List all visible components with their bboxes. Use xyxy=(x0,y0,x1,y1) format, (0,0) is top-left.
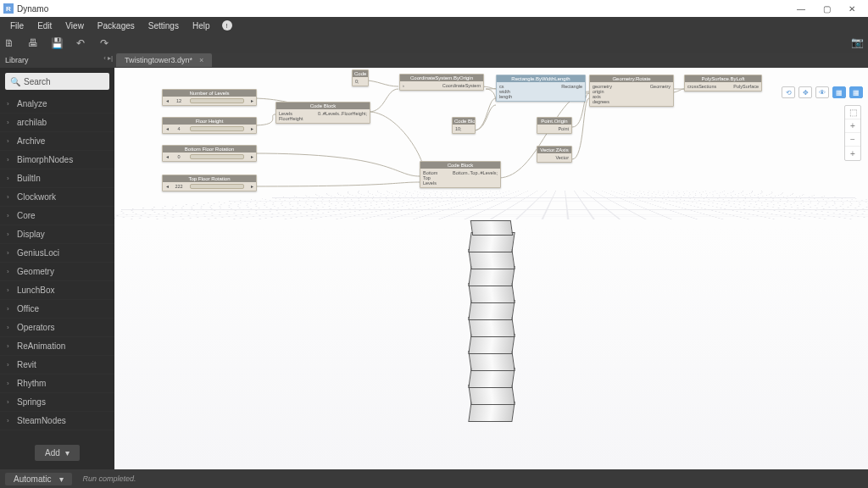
status-bar: Automatic ▾ Run completed. xyxy=(0,469,868,488)
window-maximize[interactable]: ▢ xyxy=(814,1,839,16)
nav-orbit-button[interactable]: ⟲ xyxy=(782,86,795,98)
menu-view[interactable]: View xyxy=(58,21,91,30)
node-header: Vector.ZAxis xyxy=(537,147,571,153)
zoom-fit-button[interactable]: ⬚ xyxy=(845,106,860,119)
lib-item-archive[interactable]: ›Archive xyxy=(0,132,114,151)
lib-item-builtin[interactable]: ›BuiltIn xyxy=(0,169,114,188)
menu-edit[interactable]: Edit xyxy=(31,21,58,30)
open-file-icon[interactable]: 🖶 xyxy=(27,37,39,49)
slider-max-icon[interactable]: ▸ xyxy=(249,154,254,159)
node-codeblock-range[interactable]: Code Block LevelsFloorHeight0..#Levels..… xyxy=(275,102,370,124)
node-codeblock-dim[interactable]: Code Block 10; xyxy=(452,117,476,134)
lib-item-analyze[interactable]: ›Analyze xyxy=(0,95,114,114)
node-codeblock-rotation[interactable]: Code Block BottomTopLevelsBottom..Top..#… xyxy=(420,161,501,188)
nav-look-button[interactable]: 👁 xyxy=(815,86,829,98)
run-mode-dropdown[interactable]: Automatic ▾ xyxy=(5,473,72,485)
node-polysurface-loft[interactable]: PolySurface.ByLoft crossSectionsPolySurf… xyxy=(684,75,762,92)
menu-settings[interactable]: Settings xyxy=(142,21,186,30)
tab-close-icon[interactable]: × xyxy=(199,56,203,64)
menu-help[interactable]: Help xyxy=(186,21,217,30)
geometry-view-button[interactable]: ▦ xyxy=(849,86,863,98)
slider-track[interactable] xyxy=(190,184,244,189)
lib-item-rhythm[interactable]: ›Rhythm xyxy=(0,374,114,393)
redo-icon[interactable]: ↷ xyxy=(98,37,110,49)
node-header: Code Block xyxy=(420,162,500,169)
node-number-of-levels[interactable]: Number of Levels ◂12▸ xyxy=(162,89,257,106)
node-rectangle[interactable]: Rectangle.ByWidthLength cswidthlengthRec… xyxy=(496,75,586,102)
lib-item-bimorphnodes[interactable]: ›BimorphNodes xyxy=(0,151,114,169)
lib-item-clockwork[interactable]: ›Clockwork xyxy=(0,188,114,207)
tower-geometry xyxy=(467,210,516,422)
save-icon[interactable]: 💾 xyxy=(51,37,63,49)
node-bottom-rotation[interactable]: Bottom Floor Rotation ◂0▸ xyxy=(162,145,257,162)
lib-item-office[interactable]: ›Office xyxy=(0,300,114,319)
window-close[interactable]: ✕ xyxy=(839,1,865,16)
slider-min-icon[interactable]: ◂ xyxy=(164,154,170,159)
tab-file[interactable]: Twistingtower3.dyn* × xyxy=(116,53,212,67)
lib-item-lunchbox[interactable]: ›LunchBox xyxy=(0,281,114,300)
library-search[interactable]: 🔍 Search xyxy=(5,73,109,90)
nav-pan-button[interactable]: ✥ xyxy=(798,86,812,98)
node-output: 10; xyxy=(455,126,462,131)
zoom-in-button[interactable]: + xyxy=(845,119,860,133)
slider-max-icon[interactable]: ▸ xyxy=(249,126,254,131)
lib-item-reanimation[interactable]: ›ReAnimation xyxy=(0,337,114,356)
node-coordinatesystem[interactable]: CoordinateSystem.ByOrigin ›CoordinateSys… xyxy=(399,74,484,91)
menu-file[interactable]: File xyxy=(3,21,31,30)
tab-label: Twistingtower3.dyn* xyxy=(125,56,192,64)
graph-canvas[interactable]: Number of Levels ◂12▸ Floor Height ◂4▸ B… xyxy=(114,68,868,469)
lib-item-steamnodes[interactable]: ›SteamNodes xyxy=(0,412,114,430)
info-icon[interactable]: ! xyxy=(222,20,232,30)
panel-pin-icon[interactable]: ▸| xyxy=(108,54,113,62)
graph-view-button[interactable]: ▦ xyxy=(832,86,846,98)
lib-item-archilab[interactable]: ›archilab xyxy=(0,114,114,132)
library-panel: Library ‹▸| 🔍 Search ›Analyze ›archilab … xyxy=(0,53,114,469)
node-output: Geometry xyxy=(650,84,670,104)
slider-value: 0 xyxy=(173,154,185,159)
node-top-rotation[interactable]: Top Floor Rotation ◂222▸ xyxy=(162,175,257,191)
geometry-viewport xyxy=(259,266,868,469)
lib-item-core[interactable]: ›Core xyxy=(0,207,114,225)
node-output: Bottom..Top..#Levels; xyxy=(453,170,498,186)
node-header: Code Block xyxy=(353,70,368,77)
add-package-button[interactable]: Add▾ xyxy=(35,445,80,461)
slider-min-icon[interactable]: ◂ xyxy=(164,98,170,103)
slider-max-icon[interactable]: ▸ xyxy=(249,184,254,189)
undo-icon[interactable]: ↶ xyxy=(75,37,86,49)
chevron-right-icon: › xyxy=(7,156,14,164)
zoom-add-button[interactable]: + xyxy=(845,147,860,160)
chevron-right-icon: › xyxy=(7,268,14,275)
slider-min-icon[interactable]: ◂ xyxy=(164,126,170,131)
lib-item-geniusloci[interactable]: ›GeniusLoci xyxy=(0,244,114,263)
lib-item-geometry[interactable]: ›Geometry xyxy=(0,263,114,281)
camera-icon[interactable]: 📷 xyxy=(851,36,865,50)
app-icon: R xyxy=(3,3,14,14)
chevron-down-icon: ▾ xyxy=(65,448,70,458)
lib-item-springs[interactable]: ›Springs xyxy=(0,393,114,412)
lib-item-revit[interactable]: ›Revit xyxy=(0,356,114,374)
node-codeblock-zero[interactable]: Code Block 0; xyxy=(352,69,369,86)
menu-packages[interactable]: Packages xyxy=(91,21,142,30)
lib-item-operators[interactable]: ›Operators xyxy=(0,319,114,337)
node-floor-height[interactable]: Floor Height ◂4▸ xyxy=(162,117,257,134)
window-minimize[interactable]: — xyxy=(788,1,814,16)
slider-track[interactable] xyxy=(190,154,244,159)
library-title: Library xyxy=(5,56,29,64)
chevron-down-icon: ▾ xyxy=(59,474,64,484)
menu-bar: File Edit View Packages Settings Help ! xyxy=(0,17,868,34)
node-header: Rectangle.ByWidthLength xyxy=(497,75,585,82)
zoom-out-button[interactable]: − xyxy=(845,133,860,147)
slider-track[interactable] xyxy=(190,126,244,131)
slider-max-icon[interactable]: ▸ xyxy=(249,98,254,103)
new-file-icon[interactable]: 🗎 xyxy=(3,37,15,49)
slider-min-icon[interactable]: ◂ xyxy=(164,184,170,189)
node-geometry-rotate[interactable]: Geometry.Rotate geometryoriginaxisdegree… xyxy=(589,75,674,107)
node-vector-zaxis[interactable]: Vector.ZAxis Vector xyxy=(537,146,572,163)
chevron-right-icon: › xyxy=(7,119,14,126)
lib-item-display[interactable]: ›Display xyxy=(0,225,114,244)
node-point-origin[interactable]: Point.Origin Point xyxy=(537,117,572,134)
panel-collapse-icon[interactable]: ‹ xyxy=(103,54,106,62)
node-output: 0; xyxy=(355,79,359,84)
slider-value: 222 xyxy=(173,184,185,189)
slider-track[interactable] xyxy=(190,98,244,103)
